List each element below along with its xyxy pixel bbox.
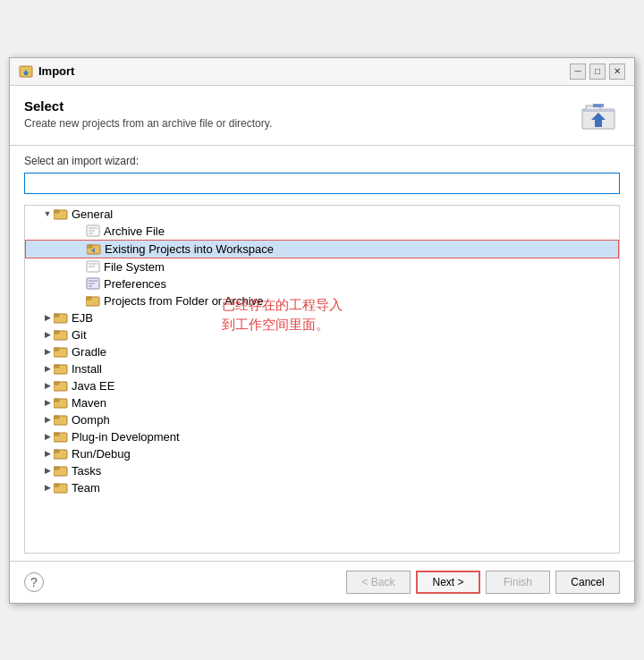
tree-item-run-debug[interactable]: Run/Debug: [25, 445, 619, 462]
tree-item-team[interactable]: Team: [25, 479, 619, 496]
import-dialog: Import ─ □ ✕ Select Create new projects …: [9, 57, 635, 604]
tree-item-general[interactable]: General: [25, 206, 619, 223]
tree-label-tasks: Tasks: [72, 464, 101, 478]
help-button[interactable]: ?: [24, 572, 44, 592]
tree-item-ejb[interactable]: EJB: [25, 309, 619, 326]
tree-label-projects-folder: Projects from Folder or Archive: [104, 294, 263, 308]
svg-rect-9: [54, 210, 59, 213]
dialog-icon: [19, 64, 33, 79]
expand-gradle[interactable]: [41, 345, 54, 358]
svg-rect-33: [54, 365, 59, 368]
folder-icon-existing: [87, 242, 101, 255]
expand-general[interactable]: [41, 207, 54, 220]
tree-label-archive-file: Archive File: [104, 224, 165, 238]
tree-item-java-ee[interactable]: Java EE: [25, 377, 619, 394]
tree-item-projects-folder[interactable]: Projects from Folder or Archive: [25, 292, 619, 309]
next-button[interactable]: Next >: [416, 571, 480, 594]
tree-label-install: Install: [72, 362, 102, 376]
header-text: Select Create new projects from an archi…: [24, 98, 272, 130]
svg-rect-5: [582, 109, 614, 112]
tree-item-oomph[interactable]: Oomph: [25, 411, 619, 428]
tree-item-maven[interactable]: Maven: [25, 394, 619, 411]
tree-item-preferences[interactable]: Preferences: [25, 275, 619, 292]
button-row: ? < Back Next > Finish Cancel: [24, 571, 620, 594]
svg-rect-31: [54, 348, 59, 351]
tree-label-java-ee: Java EE: [72, 379, 114, 393]
tree-item-file-system[interactable]: File System: [25, 258, 619, 275]
tree-item-tasks[interactable]: Tasks: [25, 462, 619, 479]
minimize-button[interactable]: ─: [570, 63, 586, 80]
title-bar-left: Import: [19, 64, 74, 79]
folder-icon-projects-folder: [86, 294, 100, 307]
tree-item-plugin-dev[interactable]: Plug-in Development: [25, 428, 619, 445]
title-bar: Import ─ □ ✕: [10, 58, 634, 86]
file-icon-filesystem: [86, 260, 100, 273]
file-icon-archive: [86, 224, 100, 237]
tree-label-run-debug: Run/Debug: [72, 447, 131, 461]
tree-label-maven: Maven: [72, 396, 106, 410]
folder-icon-plugin-dev: [54, 430, 68, 443]
finish-button[interactable]: Finish: [486, 571, 550, 594]
help-icon: ?: [30, 575, 38, 589]
expand-install[interactable]: [41, 362, 54, 375]
folder-icon-team: [54, 481, 68, 494]
svg-rect-7: [593, 104, 604, 107]
folder-icon-maven: [54, 396, 68, 409]
svg-rect-37: [54, 399, 59, 402]
tree-item-existing-projects[interactable]: Existing Projects into Workspace: [25, 240, 619, 258]
svg-rect-27: [54, 314, 59, 317]
folder-icon-git: [54, 328, 68, 341]
header-title: Select: [24, 98, 272, 114]
expand-team[interactable]: [41, 481, 54, 494]
folder-icon-gradle: [54, 345, 68, 358]
tree-label-ejb: EJB: [72, 311, 93, 325]
expand-tasks[interactable]: [41, 464, 54, 477]
import-header-icon: [580, 100, 616, 132]
expand-java-ee[interactable]: [41, 379, 54, 392]
tree-label-general: General: [72, 207, 113, 221]
folder-icon-general: [54, 207, 68, 220]
folder-icon-ejb: [54, 311, 68, 324]
svg-rect-29: [54, 331, 59, 334]
svg-rect-43: [54, 450, 59, 453]
svg-rect-47: [54, 484, 59, 487]
bottom-section: ? < Back Next > Finish Cancel: [10, 561, 634, 603]
tree-item-gradle[interactable]: Gradle: [25, 343, 619, 360]
tree-label-oomph: Oomph: [72, 413, 110, 427]
prefs-icon: [86, 277, 100, 290]
folder-icon-install: [54, 362, 68, 375]
tree-area[interactable]: General Archive File Existing Projects i…: [24, 205, 620, 554]
expand-plugin-dev[interactable]: [41, 430, 54, 443]
close-button[interactable]: ✕: [609, 63, 625, 80]
expand-git[interactable]: [41, 328, 54, 341]
svg-rect-35: [54, 382, 59, 385]
svg-rect-25: [86, 297, 91, 300]
tree-item-archive-file[interactable]: Archive File: [25, 223, 619, 240]
cancel-button[interactable]: Cancel: [555, 571, 620, 594]
tree-label-preferences: Preferences: [104, 277, 166, 291]
folder-icon-run-debug: [54, 447, 68, 460]
tree-label-team: Team: [72, 481, 100, 495]
back-button[interactable]: < Back: [346, 571, 411, 594]
header-section: Select Create new projects from an archi…: [10, 86, 634, 146]
wizard-section: Select an import wizard:: [10, 146, 634, 198]
svg-rect-45: [54, 467, 59, 470]
svg-rect-39: [54, 416, 59, 419]
search-input[interactable]: [24, 173, 620, 194]
tree-label-file-system: File System: [104, 260, 165, 274]
tree-label-plugin-dev: Plug-in Development: [72, 430, 180, 444]
dialog-title: Import: [38, 64, 74, 78]
tree-label-existing-projects: Existing Projects into Workspace: [105, 242, 274, 256]
expand-ejb[interactable]: [41, 311, 54, 324]
expand-oomph[interactable]: [41, 413, 54, 426]
maximize-button[interactable]: □: [589, 63, 606, 80]
tree-label-git: Git: [72, 328, 87, 342]
svg-rect-41: [54, 433, 59, 436]
expand-run-debug[interactable]: [41, 447, 54, 460]
tree-item-git[interactable]: Git: [25, 326, 619, 343]
folder-icon-tasks: [54, 464, 68, 477]
expand-maven[interactable]: [41, 396, 54, 409]
tree-item-install[interactable]: Install: [25, 360, 619, 377]
svg-rect-2: [24, 73, 28, 75]
wizard-label: Select an import wizard:: [24, 155, 620, 167]
